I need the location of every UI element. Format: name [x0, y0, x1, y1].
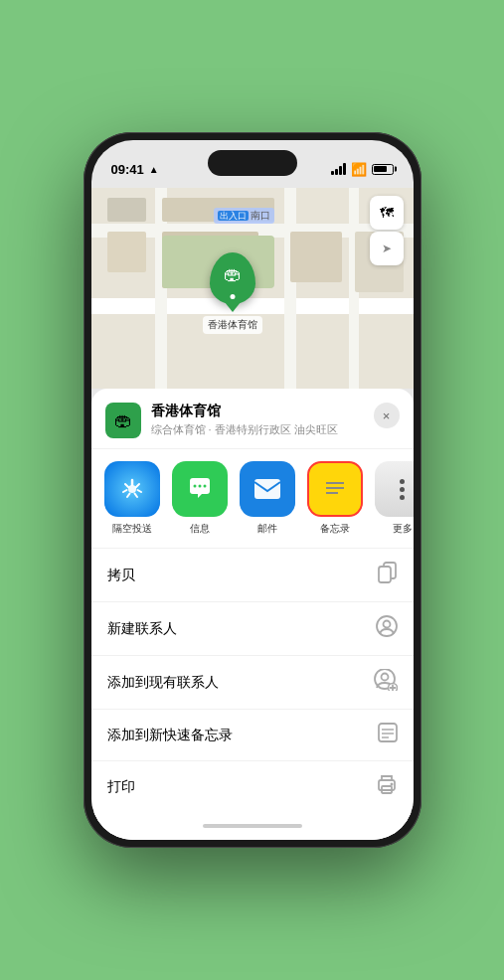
add-to-contact-icon — [374, 669, 398, 696]
dynamic-island — [208, 150, 297, 176]
action-new-contact[interactable]: 新建联系人 — [91, 602, 414, 656]
map-area[interactable]: 出入口南口 🏟 香港体育馆 🗺 ➤ — [91, 188, 414, 389]
share-item-messages[interactable]: 信息 — [169, 461, 231, 536]
more-icon — [375, 461, 414, 517]
phone-frame: 09:41 ▲ 📶 — [84, 132, 421, 848]
marker-label: 香港体育馆 — [203, 316, 262, 334]
quick-note-icon — [378, 723, 398, 747]
map-controls: 🗺 ➤ — [370, 196, 404, 265]
location-arrow-icon: ▲ — [149, 164, 159, 175]
stadium-pin-icon: 🏟 — [224, 264, 242, 285]
venue-name: 香港体育馆 — [151, 403, 374, 420]
action-list: 拷贝 新建联系人 — [91, 549, 414, 812]
mail-label: 邮件 — [257, 522, 277, 536]
svg-point-12 — [383, 621, 390, 628]
location-button[interactable]: ➤ — [370, 232, 404, 265]
new-contact-icon — [376, 615, 398, 642]
svg-rect-10 — [379, 567, 391, 582]
time-label: 09:41 — [111, 162, 144, 177]
airdrop-label: 隔空投送 — [112, 522, 152, 536]
close-button[interactable]: × — [374, 403, 400, 428]
marker-pin: 🏟 — [210, 252, 255, 304]
airdrop-icon — [104, 461, 160, 517]
stadium-marker: 🏟 香港体育馆 — [203, 252, 262, 334]
share-item-mail[interactable]: 邮件 — [237, 461, 298, 536]
battery-icon — [372, 164, 394, 175]
svg-point-2 — [198, 485, 201, 488]
svg-rect-4 — [254, 479, 280, 499]
home-indicator — [91, 812, 414, 840]
home-bar — [203, 824, 302, 828]
action-print-label: 打印 — [107, 778, 135, 796]
svg-rect-18 — [379, 724, 397, 741]
bottom-sheet: 🏟 香港体育馆 综合体育馆 · 香港特别行政区 油尖旺区 × — [91, 389, 414, 840]
print-icon — [376, 774, 398, 799]
svg-point-1 — [193, 485, 196, 488]
share-item-more[interactable]: 更多 — [372, 461, 414, 536]
wifi-icon: 📶 — [351, 162, 367, 177]
svg-point-24 — [390, 783, 393, 786]
svg-point-3 — [203, 485, 206, 488]
action-copy[interactable]: 拷贝 — [91, 549, 414, 602]
action-new-contact-label: 新建联系人 — [107, 620, 177, 638]
action-add-existing-label: 添加到现有联系人 — [107, 674, 219, 692]
more-label: 更多 — [393, 522, 413, 536]
messages-icon — [172, 461, 228, 517]
action-add-quick-note[interactable]: 添加到新快速备忘录 — [91, 710, 414, 761]
mail-icon — [240, 461, 295, 517]
status-icons: 📶 — [331, 162, 394, 177]
messages-label: 信息 — [190, 522, 210, 536]
notes-label: 备忘录 — [320, 522, 350, 536]
venue-subtitle: 综合体育馆 · 香港特别行政区 油尖旺区 — [151, 422, 374, 437]
signal-strength-icon — [331, 163, 346, 175]
action-quick-note-label: 添加到新快速备忘录 — [107, 727, 233, 744]
map-label-south-entrance: 出入口南口 — [214, 208, 274, 224]
notes-icon — [307, 461, 363, 517]
venue-header: 🏟 香港体育馆 综合体育馆 · 香港特别行政区 油尖旺区 × — [91, 389, 414, 449]
status-time: 09:41 ▲ — [111, 162, 159, 177]
venue-icon: 🏟 — [105, 403, 141, 438]
svg-point-14 — [381, 674, 388, 681]
action-print[interactable]: 打印 — [91, 761, 414, 812]
share-item-airdrop[interactable]: 隔空投送 — [101, 461, 163, 536]
action-copy-label: 拷贝 — [107, 567, 135, 584]
venue-info: 香港体育馆 综合体育馆 · 香港特别行政区 油尖旺区 — [151, 403, 374, 437]
phone-screen: 09:41 ▲ 📶 — [91, 140, 414, 840]
action-add-to-existing[interactable]: 添加到现有联系人 — [91, 656, 414, 710]
map-type-button[interactable]: 🗺 — [370, 196, 404, 230]
share-item-notes[interactable]: 备忘录 — [304, 461, 366, 536]
share-actions-row: 隔空投送 信息 — [91, 449, 414, 549]
copy-icon — [378, 562, 398, 588]
